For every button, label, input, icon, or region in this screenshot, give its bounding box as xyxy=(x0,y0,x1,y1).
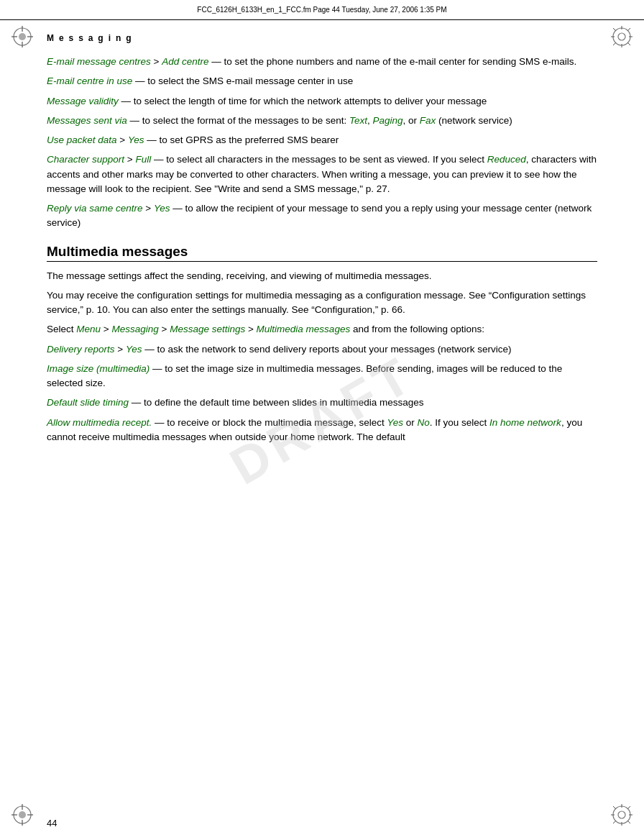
link-yes-am: Yes xyxy=(387,417,403,428)
link-reduced: Reduced xyxy=(487,154,526,165)
network-service1: (network service) xyxy=(436,115,512,126)
comma1: , xyxy=(367,115,373,126)
entry-message-validity: Message validity — to select the length … xyxy=(47,94,597,109)
link-use-packet-data: Use packet data xyxy=(47,134,117,145)
select-prefix: Select xyxy=(47,324,76,334)
link-email-centre-in-use: E-mail centre in use xyxy=(47,76,132,86)
svg-line-29 xyxy=(627,821,630,823)
entry-allow-multimedia: Allow multimedia recept. — to receive or… xyxy=(47,416,597,445)
link-yes-dr: Yes xyxy=(126,344,142,355)
entry-delivery-reports: Delivery reports > Yes — to ask the netw… xyxy=(47,342,597,357)
entry-email-centres: E-mail message centres > Add centre — to… xyxy=(47,55,597,69)
entry-reply-via-same-centre: Reply via same centre > Yes — to allow t… xyxy=(47,201,597,231)
or-am: or xyxy=(403,417,418,428)
svg-line-30 xyxy=(627,806,630,809)
ornament-top-right xyxy=(611,26,632,50)
sep-m3: > xyxy=(245,324,256,334)
ornament-bottom-right xyxy=(611,804,632,828)
body-am1: . If you select xyxy=(430,417,489,428)
content-area: M e s s a g i n g E-mail message centres… xyxy=(47,20,597,797)
link-default-slide-timing: Default slide timing xyxy=(47,397,129,408)
sep-dr: > xyxy=(115,344,126,355)
svg-point-17 xyxy=(19,811,26,818)
link-multimedia-messages: Multimedia messages xyxy=(257,324,351,334)
sep1: > xyxy=(151,56,162,67)
link-character-support: Character support xyxy=(47,154,124,165)
sep-cs: > xyxy=(124,154,135,165)
mm-select-path: Select Menu > Messaging > Message settin… xyxy=(47,322,597,337)
dash-dst: — to define the default time between sli… xyxy=(129,397,423,408)
entry-use-packet-data: Use packet data > Yes — to set GPRS as t… xyxy=(47,133,597,147)
entry-image-size: Image size (multimedia) — to set the ima… xyxy=(47,362,597,391)
svg-line-12 xyxy=(613,28,616,31)
select-suffix: and from the following options: xyxy=(350,324,484,334)
link-no-am: No xyxy=(418,417,430,428)
link-message-settings: Message settings xyxy=(170,324,245,334)
link-image-size: Image size (multimedia) xyxy=(47,363,150,374)
dash1: — to set the phone numbers and name of t… xyxy=(209,56,577,67)
entry-email-centre-in-use: E-mail centre in use — to select the SMS… xyxy=(47,74,597,88)
link-yes-pd: Yes xyxy=(128,134,144,145)
link-add-centre: Add centre xyxy=(162,56,208,67)
sep-m1: > xyxy=(101,324,111,334)
link-reply-via-same-centre: Reply via same centre xyxy=(47,203,143,214)
sep-m2: > xyxy=(159,324,170,334)
section-header: M e s s a g i n g xyxy=(47,20,597,43)
link-message-validity: Message validity xyxy=(47,96,119,106)
entry-messages-sent-via: Messages sent via — to select the format… xyxy=(47,114,597,128)
ornament-bottom-left xyxy=(12,804,33,828)
link-messaging: Messaging xyxy=(111,324,158,334)
svg-point-1 xyxy=(19,33,26,40)
link-delivery-reports: Delivery reports xyxy=(47,344,115,355)
header-bar: FCC_6126H_6133H_en_1_FCC.fm Page 44 Tues… xyxy=(0,0,644,20)
link-paging: Paging xyxy=(373,115,403,126)
link-menu: Menu xyxy=(76,324,101,334)
dash-am: — to receive or block the multimedia mes… xyxy=(152,417,387,428)
multimedia-section-title: Multimedia messages xyxy=(47,244,597,262)
link-yes-rv: Yes xyxy=(154,203,170,214)
mm-intro1: The message settings affect the sending,… xyxy=(47,269,597,283)
link-in-home-network: In home network xyxy=(489,417,561,428)
dash-dr: — to ask the network to send delivery re… xyxy=(142,344,511,355)
mm-intro2: You may receive the configuration settin… xyxy=(47,288,597,318)
svg-point-7 xyxy=(618,33,625,40)
svg-line-31 xyxy=(613,821,616,823)
entry-character-support: Character support > Full — to select all… xyxy=(47,152,597,196)
link-full: Full xyxy=(135,154,151,165)
svg-line-15 xyxy=(613,42,616,45)
header-text: FCC_6126H_6133H_en_1_FCC.fm Page 44 Tues… xyxy=(197,6,446,14)
svg-point-23 xyxy=(618,811,625,818)
svg-line-14 xyxy=(627,28,630,31)
svg-line-13 xyxy=(627,42,630,45)
svg-line-28 xyxy=(613,806,616,809)
link-allow-multimedia: Allow multimedia recept. xyxy=(47,417,152,428)
comma2: , or xyxy=(403,115,420,126)
dash3: — to select the length of time for which… xyxy=(119,96,487,106)
dash-cs: — to select all characters in the messag… xyxy=(151,154,487,165)
link-text: Text xyxy=(349,115,367,126)
ornament-top-left xyxy=(12,26,33,50)
link-messages-sent-via: Messages sent via xyxy=(47,115,127,126)
sep-rv: > xyxy=(143,203,154,214)
dash2: — to select the SMS e-mail message cente… xyxy=(132,76,353,86)
link-fax: Fax xyxy=(420,115,436,126)
entry-default-slide-timing: Default slide timing — to define the def… xyxy=(47,396,597,410)
dash-pd: — to set GPRS as the preferred SMS beare… xyxy=(144,134,339,145)
page-number: 44 xyxy=(47,818,57,828)
dash4: — to select the format of the messages t… xyxy=(127,115,349,126)
sep-pd: > xyxy=(117,134,128,145)
link-email-centres: E-mail message centres xyxy=(47,56,151,67)
